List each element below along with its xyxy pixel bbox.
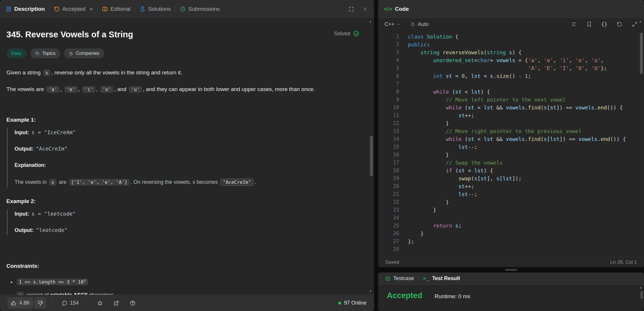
bookmark-icon[interactable] (586, 21, 592, 27)
code-line: 1class Solution { (384, 33, 644, 41)
topics-badge[interactable]: Topics (30, 48, 60, 58)
line-number: 20 (384, 182, 399, 190)
companies-badge[interactable]: Companies (64, 48, 104, 58)
scrollbar-thumb[interactable] (370, 136, 373, 177)
line-number: 21 (384, 190, 399, 198)
terminal-icon: >_ (423, 276, 429, 281)
help-button[interactable] (127, 298, 139, 309)
description-panel: DescriptionAccepted×EditorialSolutionsSu… (0, 0, 374, 311)
description-icon (6, 6, 12, 12)
line-number: 6 (384, 72, 399, 80)
code-line: 11 st++; (384, 111, 644, 119)
tab-label: Accepted (62, 6, 85, 12)
code-line: 24 (384, 214, 644, 222)
thumbs-up-icon (11, 300, 17, 306)
tab-label: Solutions (148, 6, 171, 12)
drag-handle[interactable] (505, 269, 517, 271)
comments-button[interactable]: 154 (58, 297, 82, 309)
fullscreen-icon[interactable] (632, 21, 638, 27)
tab-test-result[interactable]: >_Test Result (423, 275, 460, 282)
tab-solutions[interactable]: Solutions (140, 6, 171, 12)
code-text: 'A', 'E', 'I', 'O', 'U'}; (408, 64, 607, 72)
scroll-up-icon[interactable]: ▲ (639, 20, 642, 23)
scrollbar-thumb[interactable] (641, 291, 643, 299)
description-paragraph: The vowels are 'a', 'e', 'i', 'o', and '… (6, 85, 362, 94)
like-button[interactable]: 4.8K (8, 297, 33, 309)
scroll-down-icon[interactable]: ▼ (369, 290, 372, 293)
code-line: 19 swap(s[st], s[lst]); (384, 174, 644, 182)
line-number: 25 (384, 222, 399, 230)
example-row: Input:s = "leetcode" (15, 210, 362, 217)
footer-divider (52, 299, 52, 307)
code-panel: </> Code C++ Auto {} (378, 0, 644, 267)
example-field-value: s = "IceCreAm" (31, 129, 76, 135)
right-column: </> Code C++ Auto {} (378, 0, 644, 311)
tab-description[interactable]: Description (6, 6, 45, 12)
footer-actions: 4.8K 154 (8, 297, 139, 309)
tab-editorial[interactable]: Editorial (102, 6, 131, 12)
autocomplete-toggle[interactable]: Auto (410, 21, 429, 27)
code-icon: </> (384, 6, 392, 12)
code-text: public: (408, 41, 430, 48)
example-row: Explanation: (15, 162, 362, 169)
line-number: 5 (384, 64, 399, 72)
code-text: st++; (408, 182, 474, 190)
code-line: 16 } (384, 151, 644, 159)
scroll-up-icon[interactable]: ▲ (639, 286, 642, 289)
window-expand-icon[interactable] (348, 6, 354, 12)
code-text: while (st < lst) { (408, 88, 490, 96)
problem-footer: 4.8K 154 (0, 295, 374, 311)
code-line: 23 } (384, 206, 644, 214)
share-button[interactable] (110, 298, 122, 309)
test-tabs: Testcase>_Test Result (385, 272, 460, 284)
format-code-icon[interactable] (571, 21, 577, 27)
code-text: if (st < lst) { (408, 167, 493, 174)
favorite-button[interactable] (94, 298, 106, 309)
problem-description: Given a string s, reverse only all the v… (6, 68, 362, 94)
code-text: lst--; (408, 143, 477, 151)
scrollbar-thumb[interactable] (640, 33, 643, 74)
code-text: int st = 0, lst = s.size() - 1; (408, 72, 531, 80)
dislike-button[interactable] (34, 297, 46, 309)
code-text: // Move left pointer to the next vowel (408, 96, 566, 104)
tab-code[interactable]: </> Code (384, 6, 409, 12)
scroll-up-icon[interactable]: ▲ (369, 20, 372, 23)
braces-icon[interactable]: {} (601, 21, 607, 27)
code-line: 17 // Swap the vowels (384, 159, 644, 167)
line-number: 2 (384, 41, 399, 48)
editor-toolbar: C++ Auto {} (378, 18, 644, 30)
line-number: 8 (384, 88, 399, 96)
line-number: 24 (384, 214, 399, 222)
line-number: 1 (384, 33, 399, 41)
code-text: unordered_set<char> vowels = {'a', 'e', … (408, 56, 604, 64)
code-line: 25 return s; (384, 222, 644, 230)
star-icon (97, 300, 103, 306)
tab-testcase[interactable]: Testcase (385, 275, 414, 282)
code-text: lst--; (408, 190, 477, 198)
tab-submissions[interactable]: Submissions (180, 6, 220, 12)
code-text: st++; (408, 111, 474, 119)
tab-accepted[interactable]: Accepted× (54, 6, 93, 12)
line-number: 15 (384, 143, 399, 151)
reset-code-icon[interactable] (617, 21, 622, 27)
collapse-panel-icon[interactable] (362, 6, 368, 12)
inline-code: "AceCreIm" (220, 179, 254, 186)
panel-resizer[interactable] (374, 0, 378, 311)
horizontal-resizer[interactable] (378, 267, 644, 272)
example-block: Input:s = "IceCreAm"Output:"AceCreIm"Exp… (7, 128, 362, 188)
line-number: 28 (384, 245, 399, 253)
line-number: 4 (384, 56, 399, 64)
badges-row: Easy Topics Companies (6, 48, 362, 58)
code-editor[interactable]: 1class Solution {2public:3 string revers… (378, 30, 644, 257)
code-line: 8 while (st < lst) { (384, 88, 644, 96)
example: Example 1:Input:s = "IceCreAm"Output:"Ac… (6, 117, 362, 188)
close-icon[interactable]: × (90, 6, 93, 12)
language-selector[interactable]: C++ (385, 21, 401, 27)
thumbs-down-icon (37, 300, 43, 306)
online-dot-icon (338, 302, 341, 305)
line-number: 22 (384, 198, 399, 206)
editor-toolbar-actions: {} (571, 21, 638, 27)
difficulty-badge[interactable]: Easy (6, 48, 27, 58)
code-line: 9 // Move left pointer to the next vowel (384, 96, 644, 104)
line-number: 12 (384, 119, 399, 127)
